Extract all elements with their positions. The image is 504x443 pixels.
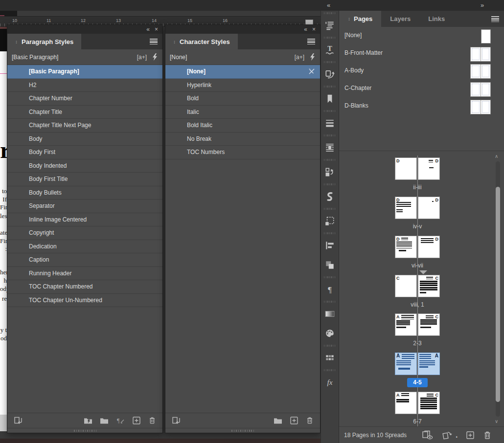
tab-paragraph-styles[interactable]: ↕ Paragraph Styles	[7, 34, 81, 49]
new-style-group-icon[interactable]	[273, 416, 283, 425]
spread-label[interactable]: iv-v	[395, 223, 440, 230]
master-page-name[interactable]: A-Body	[344, 67, 364, 74]
create-new-page-icon[interactable]	[465, 430, 475, 440]
master-thumbnail-b-front-matter[interactable]	[470, 47, 491, 62]
style-row[interactable]: Chapter Number	[7, 92, 162, 106]
tabs-icon[interactable]	[321, 16, 339, 35]
tab-character-styles[interactable]: ↕ Character Styles	[165, 34, 238, 49]
panel-toggle-icon[interactable]: ↕	[15, 39, 18, 44]
delete-style-icon[interactable]	[305, 416, 314, 425]
master-thumbnail-a-body[interactable]	[470, 64, 491, 79]
object-states-icon[interactable]	[321, 162, 339, 182]
style-row[interactable]: Chapter Title	[7, 106, 162, 119]
scroll-up-icon[interactable]: ∧	[495, 154, 498, 159]
master-page-name[interactable]: D-Blanks	[344, 102, 368, 109]
animation-icon[interactable]	[321, 187, 339, 206]
style-row[interactable]: No Break	[165, 133, 320, 146]
spread-label[interactable]: vi-vii	[395, 262, 440, 269]
dock-group-grip[interactable]	[324, 134, 336, 136]
spread-thumb-ii-iii[interactable]: D D	[395, 157, 440, 180]
redefine-style-icon[interactable]: [a+]	[137, 54, 147, 61]
scroll-down-icon[interactable]: ∨	[495, 419, 498, 424]
create-new-style-icon[interactable]	[132, 416, 141, 425]
dock-group-grip[interactable]	[324, 37, 336, 39]
dock-group-grip[interactable]	[324, 232, 336, 234]
delete-page-icon[interactable]	[482, 430, 492, 440]
collapse-panel-icon[interactable]: «	[304, 25, 307, 33]
dock-expand-icon[interactable]: »	[481, 1, 483, 9]
color-icon[interactable]	[321, 324, 339, 343]
dock-group-grip[interactable]	[324, 208, 336, 210]
style-row[interactable]: Inline Image Centered	[7, 213, 162, 227]
lightning-icon[interactable]	[152, 53, 158, 61]
style-row[interactable]: H2	[7, 79, 162, 92]
style-row[interactable]: [Basic Paragraph]	[7, 65, 162, 79]
master-page-name[interactable]: [None]	[344, 32, 362, 39]
dock-group-grip[interactable]	[324, 61, 336, 63]
hyperlinks-icon[interactable]	[321, 65, 339, 84]
load-styles-icon[interactable]	[171, 416, 181, 425]
tab-links[interactable]: Links	[419, 11, 454, 27]
dock-group-grip[interactable]	[324, 110, 336, 112]
spread-thumb-viii-1[interactable]: C C	[395, 275, 440, 297]
dock-group-grip[interactable]	[324, 183, 336, 185]
panel-toggle-icon[interactable]: ↕	[348, 16, 350, 22]
spread-thumb-6-7[interactable]: A C	[395, 392, 440, 414]
edit-page-size-icon[interactable]	[421, 430, 434, 440]
panel-titlebar[interactable]: « ×	[165, 25, 320, 34]
style-row[interactable]: TOC Chapter Un-Numbered	[7, 294, 162, 308]
glyphs-icon[interactable]: T	[321, 40, 339, 60]
spread-thumb-vi-vii[interactable]: D D	[395, 236, 440, 258]
close-panel-icon[interactable]: ×	[155, 25, 158, 33]
spread-label[interactable]: 2-3	[395, 340, 440, 347]
clear-overrides-icon[interactable]: ¶	[115, 416, 125, 425]
load-styles-icon[interactable]	[13, 416, 23, 425]
bookmarks-icon[interactable]	[321, 89, 339, 109]
object-styles-icon[interactable]	[321, 211, 339, 231]
dock-group-grip[interactable]	[324, 369, 336, 371]
style-row[interactable]: Italic	[165, 106, 320, 119]
style-row[interactable]: Caption	[7, 253, 162, 267]
close-panel-icon[interactable]: ×	[312, 25, 316, 33]
style-row[interactable]: Body Bullets	[7, 186, 162, 200]
spread-thumb-2-3[interactable]: A C	[395, 313, 440, 336]
master-thumbnail-c-chapter[interactable]	[470, 82, 491, 97]
style-row[interactable]: [None]	[165, 65, 320, 79]
style-row[interactable]: Chapter Title Next Page	[7, 119, 162, 133]
paragraph-icon[interactable]: ¶	[321, 280, 339, 299]
gradient-icon[interactable]	[321, 304, 339, 324]
pages-scrollbar-thumb[interactable]	[496, 187, 500, 402]
panel-toggle-icon[interactable]: ↕	[173, 39, 176, 44]
panel-menu-icon[interactable]	[491, 16, 499, 22]
create-new-style-icon[interactable]	[289, 416, 299, 425]
master-thumbnail-d-blanks[interactable]	[470, 100, 491, 114]
dock-group-grip[interactable]	[324, 345, 336, 347]
dock-group-grip[interactable]	[324, 276, 336, 278]
effects-icon[interactable]: fx	[321, 373, 339, 392]
style-row[interactable]: TOC Numbers	[165, 146, 320, 159]
master-page-name[interactable]: B-Front-Matter	[344, 49, 383, 56]
style-row[interactable]: Copyright	[7, 226, 162, 240]
spread-label[interactable]: viii, 1	[395, 301, 440, 308]
panel-menu-icon[interactable]	[307, 39, 315, 44]
dock-group-grip[interactable]	[324, 159, 336, 161]
master-thumbnail-none[interactable]	[481, 29, 491, 44]
style-row[interactable]: Body Indented	[7, 159, 162, 173]
text-wrap-icon[interactable]	[321, 138, 339, 157]
style-row[interactable]: Separator	[7, 199, 162, 213]
align-icon[interactable]	[321, 236, 339, 255]
tab-pages[interactable]: ↕ Pages	[339, 11, 381, 27]
pathfinder-icon[interactable]	[321, 255, 339, 275]
spread-thumb-iv-v[interactable]: D D	[395, 197, 440, 219]
spread-thumb-4-5-selected[interactable]: A A	[395, 353, 440, 375]
new-style-group-icon[interactable]	[99, 416, 109, 425]
style-row[interactable]: Body First	[7, 146, 162, 159]
new-style-group-from-styles-icon[interactable]	[83, 416, 93, 425]
delete-style-icon[interactable]	[148, 416, 157, 425]
style-row[interactable]: Bold	[165, 92, 320, 106]
panel-titlebar[interactable]: « ×	[7, 25, 162, 34]
stroke-icon[interactable]	[321, 113, 339, 133]
dock-group-grip[interactable]	[324, 12, 336, 14]
dock-group-grip[interactable]	[324, 301, 336, 303]
panel-resize-grip[interactable]	[7, 428, 162, 433]
